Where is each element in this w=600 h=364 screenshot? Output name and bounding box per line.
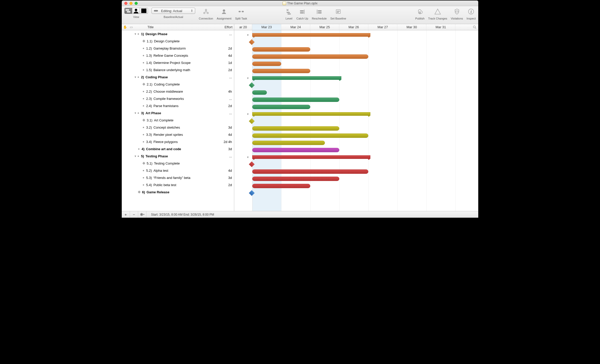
day-header[interactable]: Mar 23 — [252, 24, 281, 30]
milestone-marker[interactable] — [249, 39, 255, 45]
gantt-disclosure[interactable]: ▼ — [247, 77, 249, 80]
task-bar[interactable] — [252, 148, 339, 152]
summary-bar[interactable] — [252, 76, 341, 80]
task-outline[interactable]: ▼1)Design Phase...1.1)Design Complete1.2… — [122, 30, 234, 211]
view-resources-button[interactable] — [132, 8, 140, 14]
day-header[interactable]: Mar 31 — [426, 24, 455, 30]
task-row[interactable]: 1.2)Gameplay Brainstorm2d — [122, 45, 234, 52]
milestone-marker[interactable] — [249, 190, 255, 196]
task-bar[interactable] — [252, 98, 339, 102]
disclosure-triangle[interactable]: ▼ — [134, 33, 137, 35]
task-row[interactable]: 1.5)Balance underlying math2d — [122, 66, 234, 73]
summary-bar[interactable] — [252, 33, 370, 37]
task-row[interactable]: 1.1)Design Complete — [122, 37, 234, 45]
task-bar[interactable] — [252, 184, 310, 188]
task-row[interactable]: 2.2)Choose middleware4h — [122, 88, 234, 95]
task-bar[interactable] — [252, 47, 310, 52]
publish-button[interactable] — [416, 8, 424, 15]
task-effort: 3d — [228, 147, 232, 151]
track-changes-button[interactable] — [434, 8, 442, 15]
add-task-button[interactable]: + — [122, 211, 130, 218]
baseline-actual-combo[interactable]: Editing: Actual ▲▼ — [152, 8, 195, 14]
view-calendar-button[interactable] — [140, 8, 148, 14]
column-effort[interactable]: Effort — [224, 25, 232, 29]
disclosure-triangle[interactable]: ▼ — [134, 155, 137, 158]
view-segmented-control[interactable] — [124, 8, 148, 14]
disclosure-triangle[interactable]: ▼ — [134, 76, 137, 79]
task-row[interactable]: ▼1)Design Phase... — [122, 30, 234, 37]
day-header[interactable]: Mar 27 — [368, 24, 397, 30]
day-header[interactable]: Mar 30 — [397, 24, 426, 30]
day-header[interactable]: Mar 25 — [310, 24, 339, 30]
catch-up-button[interactable] — [298, 8, 306, 15]
task-row[interactable]: 2.3)Compile frameworks... — [122, 95, 234, 102]
milestone-marker[interactable] — [249, 118, 255, 124]
assignment-button[interactable] — [220, 8, 228, 15]
timeline-header[interactable]: ar 20Mar 23Mar 24Mar 25Mar 26Mar 27Mar 3… — [234, 24, 478, 30]
action-menu-button[interactable]: ✻▾ — [138, 211, 146, 218]
task-number: 3.4) — [146, 140, 152, 144]
gantt-disclosure[interactable]: ▼ — [247, 34, 249, 36]
level-button[interactable] — [285, 8, 293, 15]
connection-label: Connection — [199, 17, 213, 20]
zoom-icon[interactable] — [473, 25, 477, 30]
svg-rect-13 — [300, 12, 304, 14]
task-bar[interactable] — [252, 169, 368, 174]
task-row[interactable]: 4)Combine art and code3d — [122, 145, 234, 152]
inspect-button[interactable]: i — [467, 8, 475, 15]
close-window-button[interactable] — [124, 2, 127, 5]
milestone-marker[interactable] — [249, 161, 255, 167]
task-row[interactable]: 5.3)“Friends and family” beta3d — [122, 174, 234, 181]
gantt-chart[interactable]: ▼▼▼▼ — [234, 30, 478, 211]
day-header[interactable]: Mar 24 — [281, 24, 310, 30]
summary-bar[interactable] — [252, 155, 370, 159]
remove-task-button[interactable]: − — [130, 211, 138, 218]
split-task-button[interactable] — [237, 8, 245, 15]
task-row[interactable]: 5.4)Public beta test2d — [122, 181, 234, 188]
task-bar[interactable] — [252, 133, 368, 138]
set-baseline-button[interactable] — [334, 8, 342, 15]
milestone-marker[interactable] — [249, 82, 255, 88]
task-row[interactable]: ▼2)Coding Phase... — [122, 73, 234, 81]
day-header-partial[interactable]: ar 20 — [234, 24, 252, 30]
column-title[interactable]: Title — [147, 25, 154, 29]
task-row[interactable]: ▼5)Testing Phase... — [122, 152, 234, 160]
task-bar[interactable] — [252, 126, 339, 131]
task-bar[interactable] — [252, 141, 325, 145]
summary-bar[interactable] — [252, 112, 370, 116]
task-row[interactable]: 1.4)Determine Project Scope1d — [122, 59, 234, 66]
violations-button[interactable] — [453, 8, 461, 15]
reschedule-button[interactable] — [315, 8, 323, 15]
disclosure-triangle[interactable]: ▼ — [134, 112, 137, 114]
task-row[interactable]: 2.4)Parse framistans2d — [122, 102, 234, 109]
level-label: Level — [286, 17, 292, 20]
view-gantt-button[interactable] — [125, 8, 132, 14]
task-row[interactable]: 2.1)Coding Complete — [122, 81, 234, 88]
task-bar[interactable] — [252, 105, 310, 109]
task-row[interactable]: 5.2)Alpha test4d — [122, 167, 234, 174]
task-bar[interactable] — [252, 62, 281, 66]
split-task-label: Split Task — [235, 17, 247, 20]
hand-icon[interactable]: ✋ — [123, 25, 127, 29]
gantt-disclosure[interactable]: ▼ — [247, 156, 249, 159]
task-row[interactable]: 3.2)Concept sketches3d — [122, 124, 234, 131]
gantt-disclosure[interactable]: ▼ — [247, 113, 249, 116]
page-icon[interactable]: ▭ — [130, 25, 133, 29]
task-row[interactable]: 5.1)Testing Complete — [122, 160, 234, 167]
milestone-icon — [142, 83, 145, 85]
day-header[interactable]: Mar 26 — [339, 24, 368, 30]
task-bar[interactable] — [252, 177, 339, 181]
task-row[interactable]: ▼3)Art Phase... — [122, 109, 234, 117]
task-row[interactable]: 3.4)Fleece polygons2d 4h — [122, 138, 234, 145]
task-bar[interactable] — [252, 90, 267, 95]
task-row[interactable]: 1.3)Refine Game Concepts4d — [122, 52, 234, 59]
publish-label: Publish — [415, 17, 425, 20]
zoom-window-button[interactable] — [135, 2, 138, 5]
task-row[interactable]: 6)Game Release — [122, 188, 234, 196]
task-bar[interactable] — [252, 69, 310, 73]
task-row[interactable]: 3.3)Render pixel sprites4d — [122, 131, 234, 138]
connection-button[interactable] — [202, 8, 210, 15]
minimize-window-button[interactable] — [129, 2, 133, 5]
task-row[interactable]: 3.1)Art Complete — [122, 117, 234, 124]
task-bar[interactable] — [252, 54, 368, 59]
